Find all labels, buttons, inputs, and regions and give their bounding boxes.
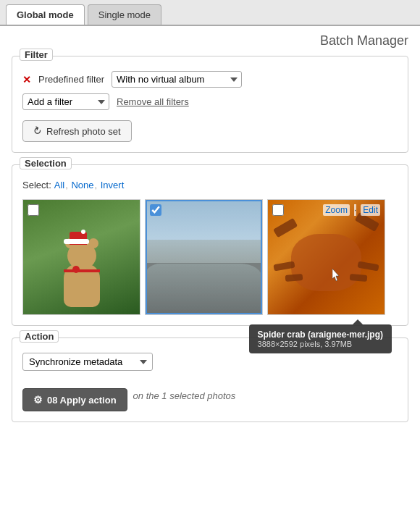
photo-grid: Zoom · Edit: [22, 199, 398, 315]
select-all-link[interactable]: All: [54, 180, 64, 190]
apply-action-button[interactable]: ⚙ 08 Apply action: [22, 388, 127, 411]
photo-item-bear: [22, 199, 140, 315]
photo-checkbox-stones[interactable]: [150, 204, 161, 216]
action-section-title: Action: [20, 330, 59, 343]
action-select[interactable]: Synchronize metadata Rotate Delete: [22, 353, 153, 371]
tab-single[interactable]: Single mode: [88, 4, 161, 25]
edit-link[interactable]: Edit: [361, 204, 380, 216]
select-none-link[interactable]: None: [71, 180, 93, 190]
remove-filter-icon[interactable]: ✕: [22, 74, 31, 85]
tab-global[interactable]: Global mode: [6, 4, 85, 25]
select-row: Select: All , None , Invert: [22, 180, 398, 190]
photo-checkbox-crab[interactable]: [272, 204, 284, 216]
gear-icon: ⚙: [33, 394, 43, 406]
select-label: Select:: [22, 180, 51, 190]
predefined-filter-select[interactable]: With no virtual album With virtual album…: [112, 71, 242, 88]
action-section: Action Synchronize metadata Rotate Delet…: [12, 337, 408, 422]
zoom-link[interactable]: Zoom: [323, 204, 350, 216]
filter-row: ✕ Predefined filter With no virtual albu…: [22, 71, 398, 88]
svg-marker-0: [332, 269, 339, 281]
photo-checkbox-bear[interactable]: [28, 204, 39, 216]
tabs-bar: Global mode Single mode: [0, 0, 420, 26]
filter-actions-row: Add a filter Remove all filters: [22, 93, 398, 110]
refresh-btn-label: Refresh photo set: [46, 126, 121, 137]
filter-section: Filter ✕ Predefined filter With no virtu…: [12, 56, 408, 153]
main-content: Batch Manager Filter ✕ Predefined filter…: [0, 26, 420, 448]
action-select-row: Synchronize metadata Rotate Delete: [22, 353, 398, 371]
remove-all-filters-link[interactable]: Remove all filters: [117, 96, 189, 107]
refresh-photo-set-button[interactable]: ↻ Refresh photo set: [22, 120, 132, 142]
selection-section-title: Selection: [20, 157, 72, 169]
predefined-filter-label: Predefined filter: [38, 74, 104, 85]
apply-note: on the 1 selected photos: [133, 390, 236, 401]
select-invert-link[interactable]: Invert: [101, 180, 125, 190]
add-filter-select[interactable]: Add a filter: [22, 93, 109, 110]
apply-action-row: ⚙ 08 Apply action on the 1 selected phot…: [22, 379, 398, 411]
refresh-icon: ↻: [31, 124, 44, 138]
filter-section-title: Filter: [20, 49, 53, 61]
page-title: Batch Manager: [12, 33, 408, 49]
apply-btn-label: 08 Apply action: [47, 395, 117, 406]
photo-item-crab: Zoom · Edit: [267, 199, 385, 315]
selection-section: Selection Select: All , None , Invert: [12, 164, 408, 326]
photo-hover-actions: Zoom · Edit: [323, 204, 380, 216]
photo-item-stones: [145, 199, 263, 315]
